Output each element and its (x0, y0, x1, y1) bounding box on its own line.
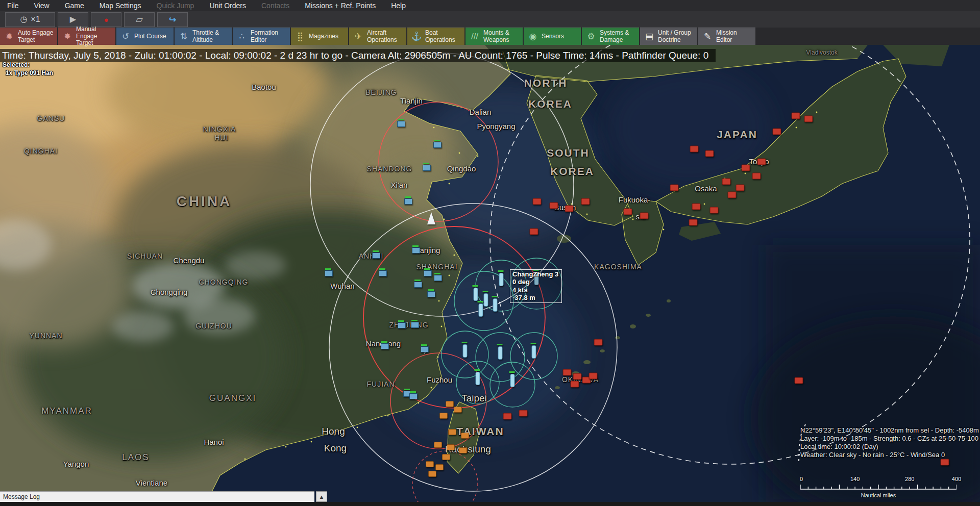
unit-marker-sub[interactable] (498, 346, 503, 360)
unit-marker-red[interactable] (736, 185, 745, 191)
unit-marker-sub[interactable] (493, 298, 498, 312)
menu-item-unit-orders[interactable]: Unit Orders (209, 2, 246, 10)
unit-marker-red[interactable] (640, 213, 649, 219)
unit-marker-blue[interactable] (412, 247, 420, 254)
unit-marker-red[interactable] (519, 410, 528, 417)
unit-marker-sub[interactable] (484, 293, 488, 307)
sensors-button[interactable]: ◉Sensors (524, 28, 581, 45)
unit-marker-red[interactable] (705, 150, 714, 157)
systems-damage-button[interactable]: ⚙Systems & Damage (582, 28, 639, 45)
unit-marker-red[interactable] (710, 207, 719, 214)
unit-marker-orange[interactable] (428, 471, 436, 477)
unit-marker-red[interactable] (573, 373, 582, 380)
unit-marker-red[interactable] (804, 116, 813, 122)
unit-marker-blue[interactable] (397, 121, 405, 127)
unit-marker-red[interactable] (594, 339, 603, 346)
play-button[interactable]: ▶ (58, 12, 88, 27)
menu-item-map-settings[interactable]: Map Settings (100, 2, 141, 10)
unit-marker-blue[interactable] (409, 393, 418, 399)
unit-marker-red[interactable] (689, 219, 698, 226)
unit-marker-orange[interactable] (459, 447, 467, 453)
unit-marker-red[interactable] (563, 369, 572, 376)
map-viewport[interactable]: CHINAGANSUQINGHAININGXIAHUIBaotouBEIJING… (0, 0, 980, 506)
unit-marker-blue[interactable] (414, 282, 422, 288)
unit-marker-red[interactable] (692, 204, 701, 210)
mission-editor-button[interactable]: ✎Mission Editor (698, 28, 755, 45)
layers-button[interactable]: ▱ (124, 12, 155, 27)
unit-marker-red[interactable] (792, 113, 800, 119)
unit-marker-sub[interactable] (479, 303, 483, 317)
unit-marker-red[interactable] (550, 203, 558, 209)
auto-engage-target-button[interactable]: ✹Auto Engage Target (0, 28, 57, 45)
menu-item-view[interactable]: View (34, 2, 50, 10)
unit-marker-red[interactable] (795, 377, 803, 384)
unit-marker-red[interactable] (530, 229, 538, 235)
menu-item-game[interactable]: Game (65, 2, 84, 10)
unit-marker-orange[interactable] (454, 407, 462, 413)
unit-marker-blue[interactable] (434, 275, 442, 281)
menu-item-help[interactable]: Help (391, 2, 406, 10)
expand-log-button[interactable]: ▲ (316, 491, 327, 502)
unit-marker-red[interactable] (624, 209, 632, 215)
plot-course-button[interactable]: ↺Plot Course (116, 28, 174, 45)
unit-marker-orange[interactable] (439, 413, 448, 419)
unit-marker-orange[interactable] (461, 433, 469, 439)
aircraft-operations-button[interactable]: ✈Aircraft Operations (349, 28, 406, 45)
record-button[interactable]: ● (91, 12, 121, 27)
unit-marker-orange[interactable] (434, 442, 442, 448)
unit-marker-blue[interactable] (411, 322, 419, 328)
unit-marker-orange[interactable] (446, 401, 454, 407)
unit-marker-sail[interactable] (427, 212, 435, 224)
unit-marker-blue[interactable] (325, 270, 333, 276)
unit-marker-sub[interactable] (476, 372, 480, 385)
unit-marker-orange[interactable] (448, 429, 456, 435)
unit-marker-sub[interactable] (499, 273, 504, 286)
unit-marker-blue[interactable] (398, 322, 406, 328)
unit-marker-red[interactable] (533, 198, 542, 205)
unit-marker-orange[interactable] (426, 461, 434, 467)
unit-marker-red[interactable] (773, 129, 781, 135)
unit-marker-red[interactable] (571, 381, 579, 388)
map-label-hong: Hong (322, 426, 345, 437)
unit-marker-sub[interactable] (532, 345, 536, 359)
unit-marker-blue[interactable] (379, 270, 387, 276)
unit-marker-blue[interactable] (427, 291, 435, 297)
magazines-button[interactable]: ⣿Magazines (291, 28, 348, 45)
formation-editor-button[interactable]: ∴Formation Editor (233, 28, 290, 45)
unit-marker-blue[interactable] (372, 252, 380, 259)
unit-marker-red[interactable] (690, 146, 699, 153)
unit-marker-red[interactable] (757, 159, 766, 165)
unit-marker-red[interactable] (728, 192, 737, 198)
unit-marker-blue[interactable] (421, 346, 429, 352)
menu-item-missions-ref-points[interactable]: Missions + Ref. Points (305, 2, 376, 10)
unit-marker-orange[interactable] (435, 464, 444, 470)
unit-marker-red[interactable] (565, 206, 574, 212)
unit-marker-blue[interactable] (423, 165, 431, 171)
unit-marker-orange[interactable] (447, 444, 455, 450)
message-log-bar[interactable]: Message Log (0, 491, 314, 502)
unit-marker-blue[interactable] (433, 142, 442, 148)
unit-marker-red[interactable] (722, 179, 731, 185)
throttle-altitude-button[interactable]: ⇅Throttle & Altitude (175, 28, 232, 45)
unit-marker-sub[interactable] (474, 288, 478, 301)
unit-marker-red[interactable] (503, 413, 512, 420)
unit-marker-red[interactable] (752, 173, 761, 180)
unit-marker-sub[interactable] (510, 374, 515, 387)
jump-button[interactable]: ↪ (157, 12, 188, 27)
unit-marker-red[interactable] (670, 185, 679, 191)
unit-marker-orange[interactable] (442, 454, 450, 460)
unit-marker-sub[interactable] (463, 344, 468, 358)
mounts-weapons-button[interactable]: ///Mounts & Weapons (465, 28, 523, 45)
unit-marker-blue[interactable] (424, 270, 432, 276)
unit-group-doctrine-button[interactable]: ▤Unit / Group Doctrine (640, 28, 697, 45)
unit-marker-blue[interactable] (381, 343, 389, 349)
manual-engage-target-button[interactable]: ✸Manual Engage Target (58, 28, 115, 45)
unit-marker-red[interactable] (742, 165, 750, 171)
time-compression-button[interactable]: ◷×1 (5, 12, 55, 27)
boat-operations-button[interactable]: ⚓Boat Operations (407, 28, 464, 45)
unit-marker-red[interactable] (589, 373, 598, 380)
unit-marker-red[interactable] (941, 459, 949, 466)
unit-marker-blue[interactable] (404, 198, 412, 205)
menu-item-file[interactable]: File (7, 2, 19, 10)
unit-marker-red[interactable] (581, 198, 590, 205)
